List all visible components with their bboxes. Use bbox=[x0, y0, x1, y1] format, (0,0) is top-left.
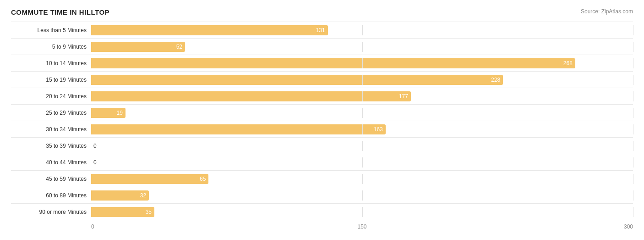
bar: 35 bbox=[91, 207, 154, 217]
bar-row: 10 to 14 Minutes268 bbox=[11, 55, 633, 71]
bar: 52 bbox=[91, 42, 185, 52]
grid-line bbox=[362, 42, 363, 52]
bar-container: 0 bbox=[91, 141, 633, 151]
x-axis-label: 0 bbox=[91, 223, 94, 230]
grid-line bbox=[633, 108, 633, 118]
grid-line bbox=[633, 207, 633, 217]
chart-source: Source: ZipAtlas.com bbox=[581, 8, 633, 15]
grid-line bbox=[362, 25, 363, 35]
bar-row: Less than 5 Minutes131 bbox=[11, 22, 633, 38]
x-axis-line bbox=[91, 221, 633, 221]
bar: 228 bbox=[91, 75, 503, 85]
grid-line bbox=[362, 157, 363, 167]
grid-line bbox=[633, 157, 633, 167]
bar-container: 32 bbox=[91, 190, 633, 201]
bar-value-label: 0 bbox=[93, 159, 97, 166]
chart-title: COMMUTE TIME IN HILLTOP bbox=[11, 8, 109, 16]
bar-value-label: 35 bbox=[146, 209, 152, 215]
grid-line bbox=[633, 174, 633, 184]
bar-value-label: 268 bbox=[563, 60, 573, 67]
x-axis-label: 300 bbox=[624, 223, 633, 230]
grid-line bbox=[633, 91, 633, 101]
grid-line bbox=[362, 75, 363, 85]
bar: 177 bbox=[91, 91, 411, 101]
grid-line bbox=[633, 75, 633, 85]
bar-label: 10 to 14 Minutes bbox=[11, 60, 91, 67]
bar-container: 52 bbox=[91, 42, 633, 52]
x-axis: 0150300 bbox=[91, 221, 633, 232]
bar-value-label: 163 bbox=[374, 126, 383, 133]
bar-label: 25 to 29 Minutes bbox=[11, 110, 91, 116]
grid-line bbox=[362, 108, 363, 118]
bar-container: 177 bbox=[91, 91, 633, 101]
x-axis-label: 150 bbox=[357, 223, 366, 230]
grid-line bbox=[633, 124, 633, 134]
bar-label: 35 to 39 Minutes bbox=[11, 143, 91, 149]
grid-line bbox=[633, 58, 633, 68]
grid-line bbox=[633, 25, 633, 35]
bar-label: 20 to 24 Minutes bbox=[11, 93, 91, 100]
bar-row: 20 to 24 Minutes177 bbox=[11, 88, 633, 104]
grid-line bbox=[362, 190, 363, 201]
bar: 163 bbox=[91, 124, 386, 134]
bar-value-label: 65 bbox=[200, 176, 206, 182]
main-container: COMMUTE TIME IN HILLTOP Source: ZipAtlas… bbox=[0, 0, 644, 240]
bar: 131 bbox=[91, 25, 328, 35]
grid-line bbox=[362, 174, 363, 184]
chart-header: COMMUTE TIME IN HILLTOP Source: ZipAtlas… bbox=[11, 8, 633, 16]
grid-line bbox=[633, 190, 633, 201]
bar: 65 bbox=[91, 174, 208, 184]
grid-line bbox=[362, 141, 363, 151]
grid-line bbox=[362, 207, 363, 217]
bar-row: 90 or more Minutes35 bbox=[11, 203, 633, 220]
grid-line bbox=[362, 58, 363, 68]
grid-line bbox=[633, 42, 633, 52]
bar-container: 65 bbox=[91, 174, 633, 184]
bar-row: 60 to 89 Minutes32 bbox=[11, 187, 633, 203]
bar-label: 30 to 34 Minutes bbox=[11, 126, 91, 133]
bar-row: 45 to 59 Minutes65 bbox=[11, 170, 633, 187]
bar-label: 90 or more Minutes bbox=[11, 209, 91, 215]
bar-row: 35 to 39 Minutes0 bbox=[11, 137, 633, 154]
bar-row: 30 to 34 Minutes163 bbox=[11, 121, 633, 137]
grid-line bbox=[362, 124, 363, 134]
grid-line bbox=[362, 91, 363, 101]
bar-container: 163 bbox=[91, 124, 633, 134]
bar-value-label: 228 bbox=[491, 77, 500, 83]
bar-container: 228 bbox=[91, 75, 633, 85]
bar-row: 15 to 19 Minutes228 bbox=[11, 71, 633, 88]
bar-container: 131 bbox=[91, 25, 633, 35]
bar-label: 45 to 59 Minutes bbox=[11, 176, 91, 182]
bar-label: 5 to 9 Minutes bbox=[11, 44, 91, 50]
bar-value-label: 19 bbox=[117, 110, 123, 116]
bar-label: 60 to 89 Minutes bbox=[11, 192, 91, 199]
bar: 32 bbox=[91, 190, 149, 201]
bar-value-label: 32 bbox=[140, 192, 146, 199]
bar: 268 bbox=[91, 58, 575, 68]
bar-value-label: 52 bbox=[176, 44, 182, 50]
bar-value-label: 131 bbox=[316, 27, 325, 33]
bar: 19 bbox=[91, 108, 126, 118]
grid-line bbox=[633, 141, 633, 151]
bar-value-label: 177 bbox=[399, 93, 408, 100]
bar-container: 268 bbox=[91, 58, 633, 68]
bar-row: 5 to 9 Minutes52 bbox=[11, 38, 633, 55]
bar-label: 40 to 44 Minutes bbox=[11, 159, 91, 166]
bar-label: 15 to 19 Minutes bbox=[11, 77, 91, 83]
bar-container: 0 bbox=[91, 157, 633, 167]
bar-container: 19 bbox=[91, 108, 633, 118]
chart-area: Less than 5 Minutes1315 to 9 Minutes5210… bbox=[11, 22, 633, 220]
bar-label: Less than 5 Minutes bbox=[11, 27, 91, 33]
bar-row: 40 to 44 Minutes0 bbox=[11, 154, 633, 170]
bar-container: 35 bbox=[91, 207, 633, 217]
bar-row: 25 to 29 Minutes19 bbox=[11, 104, 633, 121]
bar-value-label: 0 bbox=[93, 143, 97, 149]
